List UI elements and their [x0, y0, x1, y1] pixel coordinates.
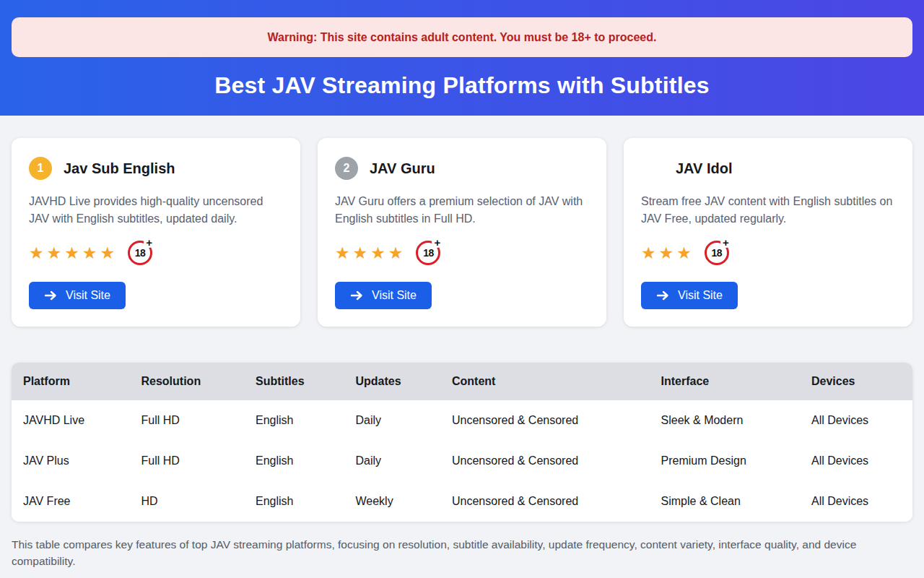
cell-content: Uncensored & Censored [440, 481, 650, 522]
visit-site-label: Visit Site [66, 289, 110, 302]
visit-site-button[interactable]: Visit Site [641, 282, 738, 309]
star-rating-icon: ★★★ [641, 245, 694, 262]
rank-badge [641, 157, 664, 180]
platform-card-jav-sub-english: 1 Jav Sub English JAVHD Live provides hi… [12, 138, 300, 327]
platform-card-jav-idol: JAV Idol Stream free JAV content with En… [624, 138, 912, 327]
table-row-javhd-live: JAVHD Live Full HD English Daily Uncenso… [12, 400, 912, 441]
table-row-jav-free: JAV Free HD English Weekly Uncensored & … [12, 481, 912, 522]
warning-text: Warning: This site contains adult conten… [268, 31, 657, 44]
platform-cards: 1 Jav Sub English JAVHD Live provides hi… [12, 138, 912, 327]
cell-devices: All Devices [800, 400, 912, 441]
rank-badge: 1 [29, 157, 52, 180]
column-header-updates: Updates [344, 363, 440, 400]
rank-badge: 2 [335, 157, 358, 180]
column-header-resolution: Resolution [129, 363, 243, 400]
table-row-jav-plus: JAV Plus Full HD English Daily Uncensore… [12, 441, 912, 481]
rating-row: ★★★ 18 + [641, 239, 895, 267]
arrow-right-icon [350, 290, 363, 301]
comparison-table: Platform Resolution Subtitles Updates Co… [12, 363, 912, 522]
visit-site-button[interactable]: Visit Site [29, 282, 126, 309]
card-description: JAVHD Live provides high-quality uncenso… [29, 193, 283, 228]
adult-content-warning-banner: Warning: This site contains adult conten… [12, 17, 912, 57]
arrow-right-icon [44, 290, 57, 301]
age-number: 18 [423, 247, 434, 259]
cell-updates: Weekly [344, 481, 440, 522]
cell-interface: Sleek & Modern [650, 400, 800, 441]
cell-updates: Daily [344, 441, 440, 481]
cell-subtitles: English [244, 441, 344, 481]
cell-interface: Simple & Clean [650, 481, 800, 522]
page-title: Best JAV Streaming Platforms with Subtit… [12, 72, 912, 99]
cell-content: Uncensored & Censored [440, 441, 650, 481]
card-description: JAV Guru offers a premium selection of J… [335, 193, 589, 228]
column-header-platform: Platform [12, 363, 129, 400]
card-header: JAV Idol [641, 157, 895, 180]
age-number: 18 [712, 247, 723, 259]
cell-platform: JAVHD Live [12, 400, 129, 441]
age-plus-sign: + [720, 237, 731, 248]
rating-row: ★★★★★ 18 + [29, 239, 283, 267]
age-plus-sign: + [432, 237, 443, 248]
card-title: JAV Idol [676, 160, 733, 177]
column-header-content: Content [440, 363, 650, 400]
column-header-subtitles: Subtitles [244, 363, 344, 400]
cell-resolution: HD [129, 481, 243, 522]
rating-row: ★★★★ 18 + [335, 239, 589, 267]
table-caption-note: This table compares key features of top … [12, 536, 912, 570]
page-header: Warning: This site contains adult conten… [0, 0, 924, 116]
cell-resolution: Full HD [129, 400, 243, 441]
visit-site-label: Visit Site [678, 289, 723, 302]
table-header-row: Platform Resolution Subtitles Updates Co… [12, 363, 912, 400]
cell-devices: All Devices [800, 481, 912, 522]
main-content: 1 Jav Sub English JAVHD Live provides hi… [0, 138, 924, 570]
age-18-plus-icon: 18 + [416, 241, 440, 265]
cell-platform: JAV Free [12, 481, 129, 522]
platform-card-jav-guru: 2 JAV Guru JAV Guru offers a premium sel… [318, 138, 606, 327]
card-title: JAV Guru [370, 160, 435, 177]
visit-site-button[interactable]: Visit Site [335, 282, 432, 309]
visit-site-label: Visit Site [372, 289, 417, 302]
cell-platform: JAV Plus [12, 441, 129, 481]
age-number: 18 [135, 247, 146, 259]
age-18-plus-icon: 18 + [705, 241, 729, 265]
cell-interface: Premium Design [650, 441, 800, 481]
card-description: Stream free JAV content with English sub… [641, 193, 895, 228]
comparison-table-card: Platform Resolution Subtitles Updates Co… [12, 363, 912, 522]
cell-subtitles: English [244, 481, 344, 522]
cell-devices: All Devices [800, 441, 912, 481]
star-rating-icon: ★★★★ [335, 245, 406, 262]
column-header-devices: Devices [800, 363, 912, 400]
age-plus-sign: + [144, 237, 154, 248]
card-header: 1 Jav Sub English [29, 157, 283, 180]
cell-content: Uncensored & Censored [440, 400, 650, 441]
card-header: 2 JAV Guru [335, 157, 589, 180]
cell-resolution: Full HD [129, 441, 243, 481]
cell-updates: Daily [344, 400, 440, 441]
column-header-interface: Interface [650, 363, 800, 400]
cell-subtitles: English [244, 400, 344, 441]
star-rating-icon: ★★★★★ [29, 245, 118, 262]
arrow-right-icon [656, 290, 669, 301]
age-18-plus-icon: 18 + [128, 241, 152, 265]
card-title: Jav Sub English [64, 160, 175, 177]
